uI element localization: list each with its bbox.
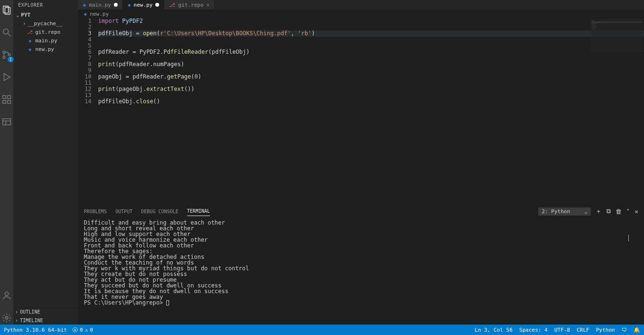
sidebar-title: EXPLORER — [13, 0, 78, 10]
status-errors[interactable]: ⓧ0 ⚠0 — [72, 326, 93, 334]
warning-icon: ⚠ — [85, 327, 88, 333]
svg-point-4 — [3, 51, 5, 53]
maximize-panel-icon[interactable]: ˄ — [626, 208, 630, 215]
close-icon[interactable]: × — [206, 2, 210, 8]
layout-icon[interactable] — [1, 117, 12, 128]
git-icon: ⎇ — [27, 30, 33, 35]
tree-file[interactable]: ◆ main.py — [13, 36, 78, 45]
terminal[interactable]: Difficult and easy bring about each othe… — [78, 218, 644, 325]
split-terminal-icon[interactable]: ⧉ — [606, 207, 611, 215]
timeline-section[interactable]: › TIMELINE — [13, 316, 78, 325]
panel-tab-terminal[interactable]: TERMINAL — [187, 207, 210, 216]
status-python-version[interactable]: Python 3.10.6 64-bit — [4, 327, 67, 333]
status-eol[interactable]: CRLF — [577, 327, 590, 333]
tree-file[interactable]: ⎇ git.repo — [13, 28, 78, 36]
new-terminal-icon[interactable]: ＋ — [595, 207, 602, 216]
tree-folder[interactable]: › __pycache__ — [13, 19, 78, 28]
python-icon: ◆ — [27, 38, 33, 43]
source-control-icon[interactable]: 1 — [1, 49, 12, 61]
text-cursor — [628, 235, 629, 241]
tab-main-py[interactable]: ◆ main.py — [78, 0, 123, 10]
editor-tabs: ◆ main.py ◆ new.py ⎇ git.repo × — [78, 0, 644, 10]
sidebar: EXPLORER ⌄ PYT › __pycache__ ⎇ git.repo … — [13, 0, 78, 325]
python-icon: ◆ — [84, 11, 87, 17]
bottom-panel: PROBLEMS OUTPUT DEBUG CONSOLE TERMINAL 2… — [78, 204, 644, 325]
code-editor[interactable]: 1234567891011121314 import PyPDF2pdfFile… — [78, 18, 644, 204]
chevron-right-icon: › — [23, 21, 26, 26]
git-icon: ⎇ — [169, 2, 175, 8]
svg-point-16 — [5, 316, 8, 319]
tree-root[interactable]: ⌄ PYT — [13, 10, 78, 19]
tab-git-repo[interactable]: ⎇ git.repo × — [164, 0, 215, 10]
svg-rect-11 — [8, 100, 10, 103]
dirty-indicator — [155, 3, 159, 7]
line-gutter: 1234567891011121314 — [78, 18, 98, 204]
tab-new-py[interactable]: ◆ new.py — [123, 0, 164, 10]
scm-badge: 1 — [8, 57, 14, 62]
outline-section[interactable]: › OUTLINE — [13, 307, 78, 316]
svg-marker-7 — [4, 74, 10, 81]
dirty-indicator — [114, 3, 118, 7]
panel-tabs: PROBLEMS OUTPUT DEBUG CONSOLE TERMINAL 2… — [78, 205, 644, 218]
terminal-selector[interactable]: 2: Python ⌄ — [538, 207, 591, 216]
svg-rect-10 — [3, 100, 6, 103]
explorer-icon[interactable] — [1, 5, 12, 17]
chevron-right-icon: › — [15, 309, 18, 315]
breadcrumb[interactable]: ◆ new.py — [78, 10, 644, 18]
tree-file[interactable]: ◆ new.py — [13, 45, 78, 53]
panel-tab-output[interactable]: OUTPUT — [115, 207, 132, 216]
search-icon[interactable] — [1, 27, 12, 39]
svg-point-2 — [3, 29, 9, 34]
editor-group: ◆ main.py ◆ new.py ⎇ git.repo × ◆ new.py — [78, 0, 644, 325]
status-cursor-pos[interactable]: Ln 3, Col 56 — [475, 327, 513, 333]
chevron-down-icon: ⌄ — [584, 208, 588, 215]
account-icon[interactable] — [1, 290, 12, 302]
python-icon: ◆ — [83, 2, 86, 8]
extensions-icon[interactable] — [1, 94, 12, 106]
svg-point-5 — [3, 56, 5, 59]
close-panel-icon[interactable]: × — [634, 208, 638, 215]
chevron-down-icon: ⌄ — [16, 12, 19, 18]
svg-rect-9 — [8, 96, 10, 99]
status-encoding[interactable]: UTF-8 — [554, 327, 570, 333]
svg-point-15 — [5, 292, 8, 296]
kill-terminal-icon[interactable]: 🗑 — [615, 208, 622, 215]
panel-tab-debug[interactable]: DEBUG CONSOLE — [141, 207, 178, 216]
panel-tab-problems[interactable]: PROBLEMS — [84, 207, 107, 216]
minimap[interactable]: ▬▬▬▬▬▬▬▬▬▬▬▬▬▬▬▬▬▬▬▬ ▬▬▬▬▬▬▬▬▬▬▬▬▬▬▬▬▬▬▬… — [591, 19, 643, 52]
status-language[interactable]: Python — [596, 327, 615, 333]
feedback-icon[interactable]: 🗨 — [622, 327, 627, 333]
svg-rect-8 — [3, 96, 6, 99]
status-indent[interactable]: Spaces: 4 — [519, 327, 548, 333]
chevron-right-icon: › — [15, 318, 18, 323]
run-debug-icon[interactable] — [1, 72, 12, 84]
code-content[interactable]: import PyPDF2pdfFileObj = open(r'C:\User… — [98, 18, 644, 204]
status-bar: Python 3.10.6 64-bit ⓧ0 ⚠0 Ln 3, Col 56 … — [0, 325, 644, 335]
svg-rect-12 — [3, 119, 11, 125]
python-icon: ◆ — [128, 2, 131, 8]
python-icon: ◆ — [27, 47, 33, 52]
activity-bar: 1 — [0, 0, 13, 325]
settings-icon[interactable] — [1, 313, 12, 325]
svg-point-6 — [8, 54, 10, 56]
svg-line-3 — [8, 34, 11, 37]
error-icon: ⓧ — [72, 326, 78, 334]
file-tree: ⌄ PYT › __pycache__ ⎇ git.repo ◆ main.py… — [13, 10, 78, 307]
notifications-icon[interactable]: 🔔 — [634, 327, 640, 333]
